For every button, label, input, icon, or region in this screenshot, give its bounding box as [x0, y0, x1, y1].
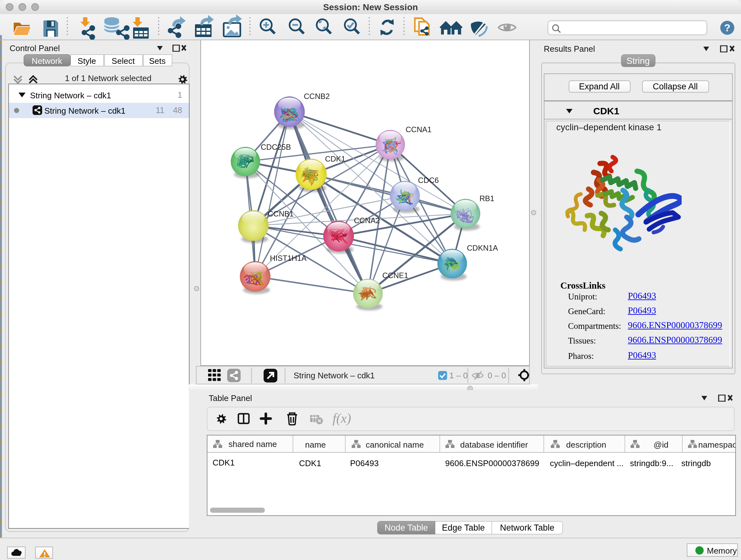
svg-text:String Network – cdk1: String Network – cdk1	[293, 370, 375, 380]
svg-text:@id: @id	[654, 440, 669, 449]
svg-text:database identifier: database identifier	[460, 440, 528, 449]
svg-text:RB1: RB1	[479, 194, 494, 203]
svg-text:CDK1: CDK1	[325, 154, 345, 163]
svg-text:0 – 0: 0 – 0	[488, 370, 506, 380]
svg-text:CCNA1: CCNA1	[405, 125, 431, 134]
svg-text:name: name	[305, 440, 326, 449]
svg-text:cyclin–dependent ...: cyclin–dependent ...	[550, 458, 623, 468]
svg-text:P06493: P06493	[350, 458, 379, 468]
svg-text:9606.ENSP00000378699: 9606.ENSP00000378699	[445, 458, 539, 468]
svg-text:1 – 0: 1 – 0	[449, 370, 468, 380]
svg-text:?: ?	[724, 22, 731, 34]
svg-text:shared name: shared name	[228, 439, 277, 449]
svg-text:stringdb: stringdb	[681, 458, 711, 468]
svg-text:description: description	[566, 440, 606, 449]
svg-text:CDC6: CDC6	[418, 176, 439, 185]
svg-text:CCNB1: CCNB1	[267, 209, 293, 218]
svg-text:CCNA2: CCNA2	[354, 216, 380, 225]
svg-text:CDC25B: CDC25B	[260, 143, 291, 151]
svg-text:HIST1H1A: HIST1H1A	[270, 254, 307, 262]
svg-text:CDKN1A: CDKN1A	[467, 244, 497, 252]
svg-text:CDK1: CDK1	[299, 458, 321, 468]
svg-text:CCNB2: CCNB2	[304, 92, 329, 101]
svg-text:CDK1: CDK1	[212, 457, 234, 467]
svg-text:canonical name: canonical name	[366, 440, 424, 449]
svg-text:CCNE1: CCNE1	[382, 271, 408, 280]
svg-text:namespac: namespac	[698, 440, 735, 449]
svg-text:stringdb:9...: stringdb:9...	[630, 458, 673, 468]
svg-text:f(x): f(x)	[333, 411, 351, 426]
